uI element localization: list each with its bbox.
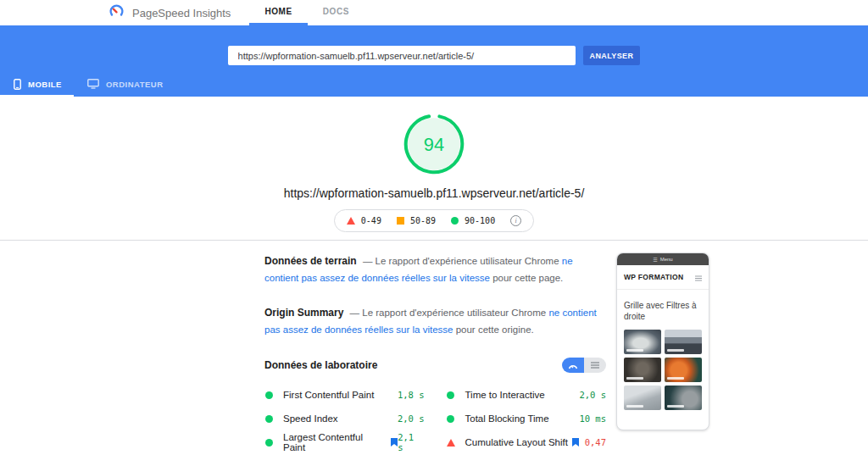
metric-value: 10 ms bbox=[579, 413, 606, 424]
circle-icon bbox=[451, 217, 459, 225]
dash: — bbox=[363, 256, 373, 266]
score-value: 94 bbox=[424, 134, 444, 155]
preview-thumbnail-5 bbox=[624, 386, 661, 410]
metric-label: Speed Index bbox=[283, 413, 338, 424]
tab-desktop-label: ORDINATEUR bbox=[106, 80, 164, 89]
metric-label: Total Blocking Time bbox=[465, 413, 549, 424]
status-icon bbox=[264, 391, 273, 399]
metric-value: 2,0 s bbox=[579, 390, 606, 400]
preview-image-grid bbox=[624, 330, 702, 410]
metric-total-blocking-time: Total Blocking Time 10 ms bbox=[447, 407, 607, 430]
report-body: Données de terrain — Le rapport d'expéri… bbox=[264, 241, 868, 466]
preview-thumbnail-4 bbox=[665, 358, 702, 382]
origin-summary: Origin Summary — Le rapport d'expérience… bbox=[264, 304, 606, 338]
field-data-summary: Données de terrain — Le rapport d'expéri… bbox=[264, 252, 606, 286]
list-view-button[interactable] bbox=[584, 358, 606, 373]
lab-data-header: Données de laboratoire bbox=[264, 358, 606, 373]
tab-desktop[interactable]: ORDINATEUR bbox=[74, 73, 175, 97]
origin-summary-lead: Le rapport d'expérience utilisateur Chro… bbox=[362, 308, 546, 318]
preview-thumbnail-1 bbox=[624, 330, 661, 354]
phone-icon bbox=[14, 79, 21, 90]
bookmark-icon bbox=[572, 438, 579, 447]
legend-range-average: 50-89 bbox=[397, 216, 436, 225]
legend-range-poor: 0-49 bbox=[347, 216, 381, 225]
metric-first-contentful-paint: First Contentful Paint 1,8 s bbox=[264, 383, 425, 407]
lab-data-title: Données de laboratoire bbox=[264, 359, 377, 371]
tab-mobile[interactable]: MOBILE bbox=[0, 73, 74, 97]
preview-thumbnail-2 bbox=[665, 330, 702, 354]
menu-toggle-icon bbox=[695, 269, 702, 285]
pagespeed-gauge-icon bbox=[108, 3, 125, 23]
field-data-lead: Le rapport d'expérience utilisateur Chro… bbox=[376, 256, 559, 266]
analyzed-url: https://wpformation-samuelb.pf11.wpserve… bbox=[0, 186, 868, 200]
preview-page-heading: Grille avec Filtres à droite bbox=[624, 300, 702, 322]
status-icon bbox=[447, 439, 455, 447]
brand: PageSpeed Insights bbox=[108, 0, 231, 25]
score-legend: 0-49 50-89 90-100 i bbox=[334, 209, 534, 232]
metric-speed-index: Speed Index 2,0 s bbox=[264, 407, 425, 430]
legend-label: 0-49 bbox=[361, 216, 381, 225]
legend-range-good: 90-100 bbox=[451, 216, 495, 225]
top-app-bar: PageSpeed Insights HOME DOCS bbox=[0, 0, 868, 25]
triangle-icon bbox=[347, 217, 355, 225]
origin-summary-title: Origin Summary bbox=[264, 307, 343, 319]
metric-label: Largest Contentful Paint bbox=[283, 432, 387, 452]
tab-mobile-label: MOBILE bbox=[28, 80, 62, 89]
analyze-banner: ANALYSER MOBILE ORDINATEUR bbox=[0, 25, 868, 97]
metric-value: 0,47 bbox=[585, 437, 606, 447]
preview-menu-label: Menu bbox=[660, 257, 673, 262]
score-section: 94 https://wpformation-samuelb.pf11.wpse… bbox=[0, 97, 868, 241]
status-icon bbox=[264, 439, 273, 447]
status-icon bbox=[447, 391, 455, 399]
metric-label: Cumulative Layout Shift bbox=[465, 437, 568, 447]
desktop-icon bbox=[87, 79, 99, 89]
legend-label: 90-100 bbox=[465, 216, 495, 225]
metric-value: 2,1 s bbox=[398, 432, 424, 452]
metrics-view-toggle bbox=[562, 358, 606, 373]
preview-thumbnail-6 bbox=[665, 386, 702, 410]
page-screenshot-preview[interactable]: ☰ Menu WP FORMATION Grille avec Filtres … bbox=[616, 252, 709, 430]
metric-label: First Contentful Paint bbox=[283, 390, 374, 400]
tab-docs[interactable]: DOCS bbox=[308, 0, 364, 25]
top-navigation: HOME DOCS bbox=[249, 0, 364, 25]
field-data-title: Données de terrain bbox=[264, 255, 357, 267]
origin-summary-tail: pour cette origine. bbox=[456, 325, 534, 335]
hamburger-icon: ☰ bbox=[653, 257, 657, 263]
legend-label: 50-89 bbox=[410, 216, 436, 225]
metric-value: 2,0 s bbox=[398, 413, 425, 424]
bookmark-icon bbox=[391, 438, 398, 447]
metric-value: 1,8 s bbox=[398, 390, 425, 400]
gauge-view-button[interactable] bbox=[562, 358, 584, 373]
square-icon bbox=[397, 217, 404, 225]
metric-largest-contentful-paint: Largest Contentful Paint 2,1 s bbox=[264, 430, 425, 454]
lab-metrics-grid: First Contentful Paint 1,8 s Time to Int… bbox=[264, 383, 606, 454]
preview-thumbnail-3 bbox=[624, 358, 661, 382]
url-input[interactable] bbox=[228, 46, 576, 65]
device-tabs: MOBILE ORDINATEUR bbox=[0, 73, 175, 97]
tab-home[interactable]: HOME bbox=[249, 0, 307, 25]
preview-site-title: WP FORMATION bbox=[624, 273, 683, 281]
preview-menubar: ☰ Menu bbox=[617, 253, 709, 265]
metric-time-to-interactive: Time to Interactive 2,0 s bbox=[447, 383, 607, 407]
info-icon[interactable]: i bbox=[510, 215, 521, 226]
app-title: PageSpeed Insights bbox=[132, 7, 231, 19]
metric-cumulative-layout-shift: Cumulative Layout Shift 0,47 bbox=[447, 430, 607, 454]
status-icon bbox=[264, 415, 273, 423]
preview-site-header: WP FORMATION bbox=[617, 265, 709, 290]
dash: — bbox=[350, 308, 360, 318]
performance-score-gauge: 94 bbox=[402, 112, 466, 176]
status-icon bbox=[447, 415, 455, 423]
field-data-tail: pour cette page. bbox=[492, 273, 563, 283]
metric-label: Time to Interactive bbox=[465, 390, 545, 400]
analyze-button[interactable]: ANALYSER bbox=[583, 46, 641, 65]
